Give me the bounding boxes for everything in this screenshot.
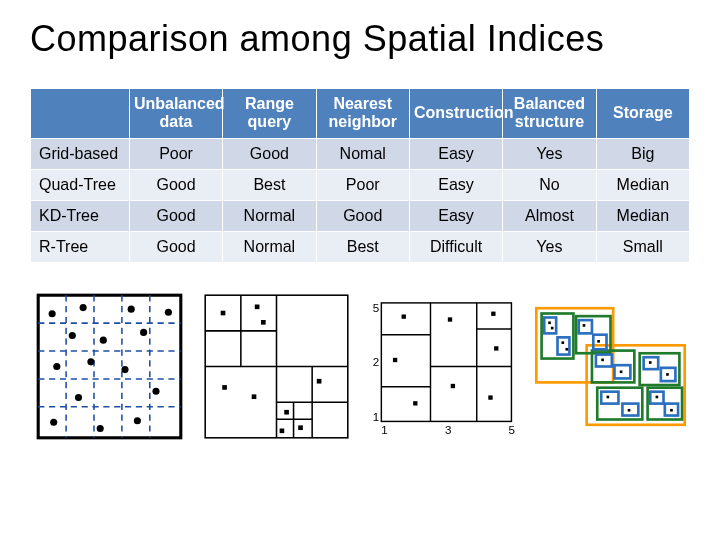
svg-rect-84: [551, 327, 554, 330]
svg-text:1: 1: [373, 411, 379, 423]
svg-rect-40: [298, 425, 303, 430]
table-header: Range query: [223, 89, 316, 139]
svg-point-21: [50, 419, 57, 426]
table-row: KD-Tree Good Normal Good Easy Almost Med…: [31, 200, 690, 231]
cell: No: [503, 169, 596, 200]
svg-text:5: 5: [509, 424, 515, 436]
svg-rect-95: [656, 395, 659, 398]
table-header: Storage: [596, 89, 689, 139]
svg-point-20: [152, 388, 159, 395]
row-label: Quad-Tree: [31, 169, 130, 200]
svg-rect-35: [261, 320, 266, 325]
quad-tree-diagram: [197, 289, 356, 444]
svg-point-19: [75, 394, 82, 401]
svg-rect-34: [255, 304, 260, 309]
svg-point-15: [140, 329, 147, 336]
svg-rect-94: [628, 409, 631, 412]
slide-title: Comparison among Spatial Indices: [30, 18, 690, 60]
row-label: KD-Tree: [31, 200, 130, 231]
table-row: Quad-Tree Good Best Poor Easy No Median: [31, 169, 690, 200]
table-header-blank: [31, 89, 130, 139]
svg-point-22: [97, 425, 104, 432]
cell: Best: [316, 231, 409, 262]
svg-rect-56: [488, 395, 492, 399]
cell: Almost: [503, 200, 596, 231]
svg-rect-33: [221, 310, 226, 315]
svg-point-9: [49, 310, 56, 317]
r-tree-diagram: [531, 289, 690, 444]
svg-rect-96: [670, 409, 673, 412]
grid-diagram: [30, 289, 189, 444]
cell: Good: [223, 138, 316, 169]
cell: Normal: [223, 200, 316, 231]
svg-rect-89: [601, 358, 604, 361]
table-header: Nearest neighbor: [316, 89, 409, 139]
cell: Easy: [409, 138, 502, 169]
svg-point-16: [53, 363, 60, 370]
table-row: Grid-based Poor Good Nomal Easy Yes Big: [31, 138, 690, 169]
svg-rect-38: [317, 379, 322, 384]
cell: Poor: [129, 138, 222, 169]
table-header: Unbalanced data: [129, 89, 222, 139]
table-header: Balanced structure: [503, 89, 596, 139]
svg-rect-73: [579, 320, 592, 333]
cell: Best: [223, 169, 316, 200]
svg-rect-74: [593, 334, 606, 349]
svg-text:2: 2: [373, 356, 379, 368]
svg-text:5: 5: [373, 301, 379, 313]
svg-rect-71: [544, 317, 556, 333]
svg-rect-37: [252, 394, 257, 399]
svg-rect-79: [601, 391, 618, 403]
table-header: Construction: [409, 89, 502, 139]
svg-rect-54: [491, 311, 495, 315]
svg-rect-55: [494, 346, 498, 350]
svg-rect-90: [620, 370, 623, 373]
cell: Big: [596, 138, 689, 169]
cell: Poor: [316, 169, 409, 200]
svg-rect-36: [222, 385, 227, 390]
svg-rect-93: [607, 395, 610, 398]
svg-point-12: [165, 308, 172, 315]
row-label: Grid-based: [31, 138, 130, 169]
cell: Yes: [503, 231, 596, 262]
cell: Yes: [503, 138, 596, 169]
cell: Good: [129, 200, 222, 231]
svg-text:1: 1: [381, 424, 387, 436]
svg-point-18: [121, 366, 128, 373]
svg-rect-72: [558, 337, 570, 354]
row-label: R-Tree: [31, 231, 130, 262]
svg-rect-87: [583, 324, 586, 327]
svg-text:3: 3: [445, 424, 451, 436]
illustrations-row: 521 135: [30, 289, 690, 444]
svg-rect-91: [649, 361, 652, 364]
svg-rect-50: [393, 358, 397, 362]
svg-rect-53: [451, 384, 455, 388]
comparison-table: Unbalanced data Range query Nearest neig…: [30, 88, 690, 263]
cell: Good: [129, 231, 222, 262]
svg-rect-42: [381, 303, 511, 422]
svg-rect-39: [284, 410, 289, 415]
svg-rect-88: [597, 340, 600, 343]
svg-rect-52: [448, 317, 452, 321]
svg-point-11: [128, 305, 135, 312]
cell: Easy: [409, 169, 502, 200]
svg-rect-92: [666, 373, 669, 376]
svg-point-23: [134, 417, 141, 424]
svg-point-14: [100, 336, 107, 343]
cell: Easy: [409, 200, 502, 231]
cell: Good: [129, 169, 222, 200]
svg-rect-85: [561, 341, 564, 344]
kd-tree-diagram: 521 135: [364, 289, 523, 444]
cell: Difficult: [409, 231, 502, 262]
svg-point-17: [87, 358, 94, 365]
svg-rect-49: [402, 314, 406, 318]
cell: Median: [596, 200, 689, 231]
cell: Good: [316, 200, 409, 231]
table-row: R-Tree Good Normal Best Difficult Yes Sm…: [31, 231, 690, 262]
cell: Small: [596, 231, 689, 262]
cell: Nomal: [316, 138, 409, 169]
svg-rect-86: [565, 348, 568, 351]
cell: Normal: [223, 231, 316, 262]
cell: Median: [596, 169, 689, 200]
svg-point-10: [80, 304, 87, 311]
